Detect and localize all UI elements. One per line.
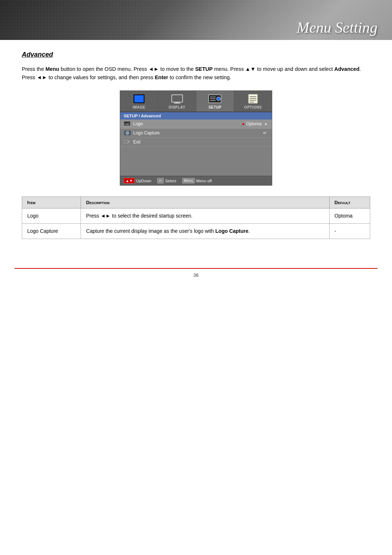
updown-label: UpDown [136, 179, 151, 183]
footer-divider [15, 268, 377, 269]
default-logo: Optoma [329, 208, 370, 224]
menu-off-label: Menu off [196, 179, 212, 183]
header-banner: Menu Setting [0, 0, 392, 40]
setup-tab-icon [208, 94, 221, 104]
setup-icon [208, 94, 221, 104]
setup-tab-label: Setup [208, 105, 221, 109]
osd-row-logo[interactable]: Logo Logo ◄ Optoma ► [120, 119, 272, 129]
logo-row-label: Logo [133, 121, 241, 126]
settings-table: Item Description Default Logo Press ◄► t… [22, 197, 370, 239]
svg-text:Logo: Logo [124, 123, 130, 125]
footer-select: ↵ Select [157, 178, 176, 183]
osd-spacer [120, 147, 272, 176]
col-description: Description [81, 197, 329, 208]
image-icon [134, 94, 144, 103]
main-content: Advanced Press the Menu button to open t… [0, 40, 392, 254]
exit-label: Exit [133, 139, 268, 145]
section-title: Advanced [22, 51, 370, 58]
svg-rect-2 [174, 103, 180, 104]
display-tab-icon [171, 94, 184, 104]
osd-menu: Image Display [120, 90, 272, 186]
options-tab-icon [246, 94, 260, 104]
options-icon [248, 94, 258, 104]
enter-keyword: Enter [155, 74, 168, 80]
intro-paragraph: Press the Menu button to open the OSD me… [22, 65, 370, 82]
svg-point-17 [127, 133, 128, 134]
logo-capture-bold: Logo Capture [215, 228, 248, 234]
table-row: Logo Capture Capture the current display… [22, 224, 370, 239]
exit-row-icon [124, 139, 131, 145]
image-tab-label: Image [132, 105, 145, 109]
menu-keyword: Menu [45, 66, 59, 72]
page-number: 36 [0, 272, 392, 278]
logo-capture-row-icon [124, 130, 131, 135]
desc-logo: Press ◄► to select the desired startup s… [81, 208, 329, 224]
osd-tabs: Image Display [120, 91, 272, 112]
osd-row-exit[interactable]: Exit [120, 138, 272, 147]
logo-row-icon: Logo [124, 121, 131, 126]
logo-capture-value: ↵ [263, 130, 267, 135]
logo-capture-label: Logo Capture [133, 130, 263, 135]
footer-menu-off: Menu Menu off [182, 178, 212, 183]
display-icon [171, 94, 183, 104]
col-default: Default [329, 197, 370, 208]
select-label: Select [165, 179, 176, 183]
setup-keyword: SETUP [195, 66, 213, 72]
osd-tab-display[interactable]: Display [158, 91, 196, 112]
osd-row-logo-capture[interactable]: Logo Capture ↵ [120, 129, 272, 138]
osd-tab-options[interactable]: Options [234, 91, 272, 112]
table-header-row: Item Description Default [22, 197, 370, 208]
osd-tab-setup[interactable]: Setup [196, 91, 234, 112]
logo-small-icon: Logo [124, 121, 130, 126]
updown-key: ▲▼ [124, 178, 135, 183]
logo-capture-icon [124, 130, 131, 135]
svg-rect-0 [172, 95, 183, 102]
image-tab-icon [132, 94, 146, 104]
osd-footer: ▲▼ UpDown ↵ Select Menu Menu off [120, 176, 272, 185]
options-tab-label: Options [244, 105, 262, 109]
display-tab-label: Display [169, 105, 185, 109]
desc-logo-capture: Capture the current display image as the… [81, 224, 329, 239]
default-logo-capture: - [329, 224, 370, 239]
advanced-keyword: Advanced [334, 66, 359, 72]
select-key: ↵ [157, 178, 164, 183]
col-item: Item [22, 197, 81, 208]
page-title: Menu Setting [297, 19, 377, 36]
osd-breadcrumb: SETUP / Advanced [120, 112, 272, 119]
logo-value: Optoma [245, 121, 263, 126]
osd-container: Image Display [22, 90, 370, 186]
footer-updown: ▲▼ UpDown [124, 178, 151, 183]
logo-left-arrow: ◄ [241, 122, 245, 126]
exit-icon [124, 139, 130, 144]
logo-right-arrow: ► [264, 122, 268, 126]
menu-key: Menu [182, 178, 195, 183]
osd-tab-image[interactable]: Image [120, 91, 158, 112]
item-logo-capture: Logo Capture [22, 224, 81, 239]
item-logo: Logo [22, 208, 81, 224]
table-row: Logo Press ◄► to select the desired star… [22, 208, 370, 224]
svg-point-7 [217, 97, 220, 101]
